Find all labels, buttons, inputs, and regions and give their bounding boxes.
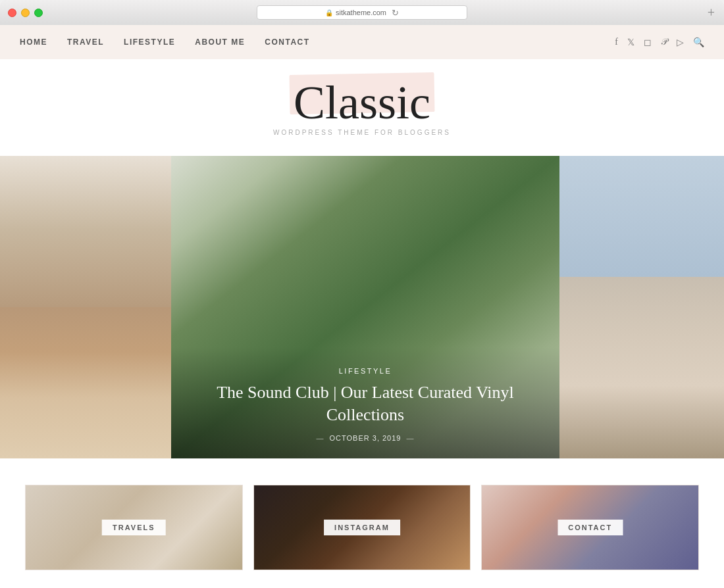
card-instagram[interactable]: INSTAGRAM bbox=[253, 485, 471, 570]
logo-area: Classic WORDPRESS THEME FOR BLOGGERS bbox=[0, 59, 724, 149]
browser-chrome: 🔒 sitkatheme.com ↻ + bbox=[0, 0, 724, 25]
address-bar[interactable]: 🔒 sitkatheme.com ↻ bbox=[257, 5, 467, 20]
instagram-icon[interactable]: ◻ bbox=[644, 37, 652, 48]
refresh-icon[interactable]: ↻ bbox=[392, 8, 399, 18]
pinterest-icon[interactable]: 𝒫 bbox=[661, 37, 667, 47]
facebook-icon[interactable]: f bbox=[615, 37, 618, 47]
featured-right-image[interactable] bbox=[559, 156, 724, 458]
navigation: HOME TRAVEL LIFESTYLE ABOUT ME CONTACT f… bbox=[0, 25, 724, 59]
woman-water-image bbox=[559, 156, 724, 458]
woman-flowers-image bbox=[0, 156, 171, 458]
lock-icon: 🔒 bbox=[325, 9, 333, 16]
card-contact[interactable]: CONTACT bbox=[481, 485, 699, 570]
card-travels[interactable]: TRAVELS bbox=[25, 485, 243, 570]
site-tagline: WORDPRESS THEME FOR BLOGGERS bbox=[13, 129, 711, 136]
featured-grid: LIFESTYLE The Sound Club | Our Latest Cu… bbox=[0, 156, 724, 458]
nav-contact[interactable]: CONTACT bbox=[265, 37, 309, 47]
traffic-lights bbox=[8, 9, 43, 17]
new-tab-button[interactable]: + bbox=[708, 6, 715, 19]
travels-label: TRAVELS bbox=[102, 520, 166, 535]
featured-category: LIFESTYLE bbox=[184, 367, 546, 375]
maximize-button[interactable] bbox=[34, 9, 43, 17]
close-button[interactable] bbox=[8, 9, 16, 17]
featured-date: OCTOBER 3, 2019 bbox=[184, 434, 546, 442]
nav-social-icons: f 𝕏 ◻ 𝒫 ▷ 🔍 bbox=[615, 37, 704, 48]
featured-overlay: LIFESTYLE The Sound Club | Our Latest Cu… bbox=[171, 347, 559, 458]
featured-center-image[interactable]: LIFESTYLE The Sound Club | Our Latest Cu… bbox=[171, 156, 559, 458]
instagram-label: INSTAGRAM bbox=[324, 520, 400, 535]
featured-title: The Sound Club | Our Latest Curated Viny… bbox=[184, 381, 546, 426]
nav-lifestyle[interactable]: LIFESTYLE bbox=[124, 37, 175, 47]
search-icon[interactable]: 🔍 bbox=[693, 37, 704, 48]
url-text: sitkatheme.com bbox=[336, 9, 386, 16]
featured-left-image[interactable] bbox=[0, 156, 171, 458]
bottom-cards: TRAVELS INSTAGRAM CONTACT bbox=[0, 458, 724, 570]
browser-titlebar: 🔒 sitkatheme.com ↻ + bbox=[0, 0, 724, 25]
twitter-icon[interactable]: 𝕏 bbox=[627, 37, 634, 48]
minimize-button[interactable] bbox=[21, 9, 30, 17]
nav-links: HOME TRAVEL LIFESTYLE ABOUT ME CONTACT bbox=[20, 37, 310, 47]
site-logo[interactable]: Classic bbox=[13, 79, 711, 126]
nav-home[interactable]: HOME bbox=[20, 37, 47, 47]
website-content: HOME TRAVEL LIFESTYLE ABOUT ME CONTACT f… bbox=[0, 25, 724, 588]
nav-about[interactable]: ABOUT ME bbox=[195, 37, 245, 47]
nav-travel[interactable]: TRAVEL bbox=[67, 37, 104, 47]
youtube-icon[interactable]: ▷ bbox=[677, 37, 684, 48]
contact-label: CONTACT bbox=[557, 520, 623, 535]
